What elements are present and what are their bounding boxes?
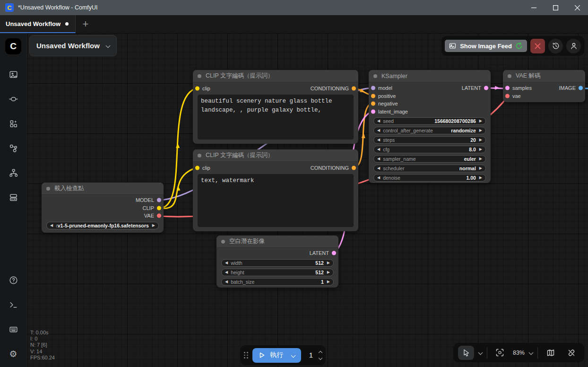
node-load-checkpoint[interactable]: 載入檢查點 MODEL CLIP VAE ◀ c ... v1-5-pruned… [42, 183, 164, 233]
close-button[interactable] [566, 0, 588, 15]
increment-arrow-icon[interactable]: ▶ [327, 261, 330, 265]
history-button[interactable] [548, 39, 563, 53]
increment-arrow-icon[interactable]: ▶ [479, 148, 482, 151]
widget-seed[interactable]: ◀ seed 156680208700286 ▶ [373, 117, 486, 125]
increment-batch-icon[interactable] [319, 350, 322, 354]
increment-arrow-icon[interactable]: ▶ [479, 176, 482, 180]
node-clip-text-encode-positive[interactable]: CLIP 文字編碼（提示詞） clip CONDITIONING beautif… [193, 70, 358, 144]
output-slot-latent[interactable] [484, 86, 488, 90]
input-slot-negative[interactable] [371, 102, 375, 106]
decrement-arrow-icon[interactable]: ◀ [377, 129, 380, 132]
increment-arrow-icon[interactable]: ▶ [479, 129, 482, 132]
output-slot-clip[interactable] [157, 206, 161, 210]
batch-count-control[interactable]: 1 [305, 351, 322, 359]
user-button[interactable] [566, 39, 581, 53]
widget-steps[interactable]: ◀ steps 20 ▶ [373, 136, 486, 144]
collapse-dot[interactable] [46, 187, 50, 191]
queue-gallery-button[interactable] [8, 69, 19, 80]
decrement-arrow-icon[interactable]: ◀ [377, 148, 380, 151]
widget-ckpt-name[interactable]: ◀ c ... v1-5-pruned-emaonly-fp16.safeten… [46, 222, 159, 229]
increment-arrow-icon[interactable]: ▶ [479, 119, 482, 123]
node-ksampler[interactable]: KSampler model LATENT positive negative … [369, 70, 491, 183]
decrement-arrow-icon[interactable]: ◀ [50, 224, 53, 227]
tool-chevron-down-icon[interactable] [478, 350, 483, 355]
decrement-arrow-icon[interactable]: ◀ [377, 166, 380, 170]
widget-batch-size[interactable]: ◀ batch_size 1 ▶ [221, 278, 334, 286]
prompt-textarea[interactable]: text, watermark [198, 174, 354, 227]
increment-arrow-icon[interactable]: ▶ [479, 138, 482, 142]
widget-width[interactable]: ◀ width 512 ▶ [221, 259, 334, 267]
node-vae-decode[interactable]: VAE 解碼 samples IMAGE vae [503, 70, 585, 102]
drag-handle[interactable] [244, 352, 248, 358]
minimize-button[interactable] [523, 0, 545, 15]
help-button[interactable] [8, 274, 19, 286]
zoom-level-label[interactable]: 83% [513, 350, 525, 356]
collapse-dot[interactable] [198, 154, 201, 157]
node-header[interactable]: CLIP 文字編碼（提示詞） [193, 149, 358, 162]
model-library-button[interactable] [8, 118, 19, 129]
select-tool-button[interactable] [458, 346, 474, 360]
input-slot-clip[interactable] [195, 166, 199, 170]
decrement-arrow-icon[interactable]: ◀ [225, 261, 228, 265]
clear-queue-button[interactable] [530, 39, 545, 53]
workflow-selector-dropdown[interactable]: Unsaved Workflow [29, 35, 117, 56]
node-header[interactable]: 載入檢查點 [42, 183, 164, 195]
node-clip-text-encode-negative[interactable]: CLIP 文字編碼（提示詞） clip CONDITIONING text, w… [193, 149, 358, 231]
collapse-dot[interactable] [373, 74, 377, 78]
increment-arrow-icon[interactable]: ▶ [479, 157, 482, 161]
increment-arrow-icon[interactable]: ▶ [152, 224, 155, 227]
output-slot-latent[interactable] [332, 251, 336, 255]
output-slot-conditioning[interactable] [352, 166, 356, 170]
node-header[interactable]: 空白潛在影像 [216, 236, 338, 248]
output-slot-conditioning[interactable] [352, 87, 356, 91]
widget-scheduler[interactable]: ◀ scheduler normal ▶ [373, 165, 486, 172]
run-button[interactable]: 執行 [252, 348, 301, 363]
output-slot-model[interactable] [157, 198, 161, 202]
input-slot-positive[interactable] [371, 94, 375, 98]
collapse-dot[interactable] [508, 74, 511, 78]
fit-view-button[interactable] [492, 346, 508, 360]
workflows-button[interactable] [8, 142, 19, 154]
output-slot-image[interactable] [579, 86, 583, 90]
output-slot-vae[interactable] [157, 214, 161, 218]
widget-sampler-name[interactable]: ◀ sampler_name euler ▶ [373, 155, 486, 163]
widget-cfg[interactable]: ◀ cfg 8.0 ▶ [373, 146, 486, 153]
zoom-chevron-down-icon[interactable] [529, 350, 534, 355]
node-empty-latent-image[interactable]: 空白潛在影像 LATENT ◀ width 512 ▶ ◀ height 512… [216, 236, 338, 288]
settings-button[interactable]: ⚙ [8, 348, 19, 359]
show-image-feed-button[interactable]: Show Image Feed [445, 40, 527, 52]
terminal-button[interactable] [8, 299, 19, 310]
input-slot-samples[interactable] [505, 86, 510, 90]
input-slot-model[interactable] [371, 86, 375, 90]
decrement-arrow-icon[interactable]: ◀ [225, 271, 228, 274]
decrement-arrow-icon[interactable]: ◀ [377, 138, 380, 142]
input-slot-latent-image[interactable] [371, 109, 375, 114]
increment-arrow-icon[interactable]: ▶ [327, 280, 330, 284]
widget-height[interactable]: ◀ height 512 ▶ [221, 269, 334, 276]
tab-unsaved-workflow[interactable]: Unsaved Workflow [0, 15, 76, 33]
input-slot-vae[interactable] [505, 94, 510, 98]
decrement-arrow-icon[interactable]: ◀ [377, 176, 380, 180]
collapse-dot[interactable] [198, 74, 201, 78]
node-library-button[interactable] [8, 93, 19, 105]
node-map-button[interactable] [8, 167, 19, 178]
node-header[interactable]: CLIP 文字編碼（提示詞） [193, 70, 358, 82]
widget-denoise[interactable]: ◀ denoise 1.00 ▶ [373, 174, 486, 182]
minimap-button[interactable] [543, 346, 559, 360]
node-header[interactable]: VAE 解碼 [503, 70, 585, 82]
increment-arrow-icon[interactable]: ▶ [479, 166, 482, 170]
shortcuts-button[interactable] [8, 323, 19, 335]
increment-arrow-icon[interactable]: ▶ [327, 271, 330, 274]
decrement-arrow-icon[interactable]: ◀ [225, 280, 228, 284]
toggle-links-button[interactable] [563, 346, 579, 360]
decrement-arrow-icon[interactable]: ◀ [377, 157, 380, 161]
input-slot-clip[interactable] [195, 87, 199, 91]
templates-button[interactable] [8, 192, 19, 203]
widget-control-after-generate[interactable]: ◀ control_after_generate randomize ▶ [373, 127, 486, 134]
node-header[interactable]: KSampler [369, 70, 491, 82]
decrement-batch-icon[interactable] [319, 356, 322, 359]
prompt-textarea[interactable]: beautiful scenery nature glass bottle la… [198, 95, 354, 140]
collapse-dot[interactable] [221, 240, 225, 244]
decrement-arrow-icon[interactable]: ◀ [377, 119, 380, 123]
maximize-button[interactable] [545, 0, 566, 15]
